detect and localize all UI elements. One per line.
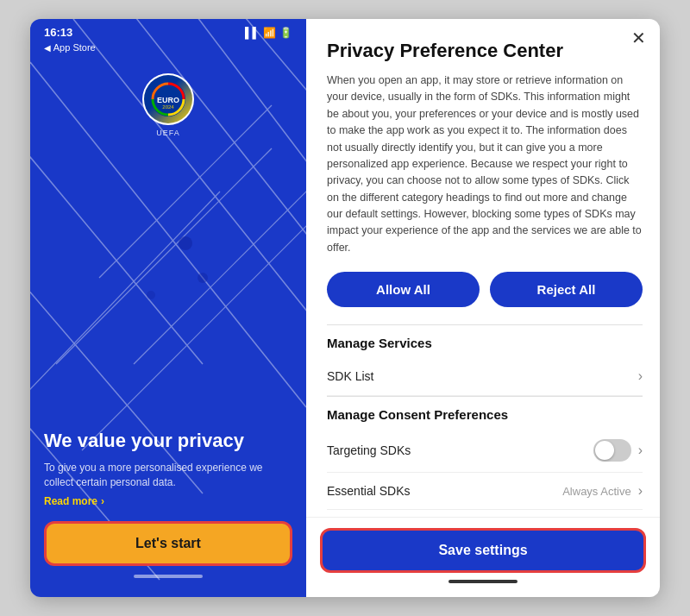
svg-line-10: [30, 192, 220, 407]
essential-sdks-row: Essential SDKs Always Active ›: [327, 473, 643, 510]
phone-bottom: We value your privacy To give you a more…: [30, 416, 306, 597]
divider-1: [327, 324, 643, 325]
home-indicator: [134, 575, 203, 578]
svg-point-14: [198, 273, 208, 283]
status-icons: ▌▌ 📶 🔋: [245, 27, 292, 39]
svg-point-15: [147, 291, 155, 299]
home-indicator: [448, 580, 518, 583]
signal-icon: ▌▌: [245, 27, 260, 39]
essential-always-active: Always Active: [562, 485, 630, 498]
time: 16:13: [44, 26, 72, 39]
euro-logo: EURO 2024: [142, 73, 194, 125]
battery-icon: 🔋: [279, 27, 292, 39]
app-store-back[interactable]: App Store: [30, 42, 306, 56]
targeting-sdks-row: Targeting SDKs ›: [327, 429, 643, 473]
phone-panel: 16:13 ▌▌ 📶 🔋 App Store: [30, 19, 306, 597]
close-button[interactable]: ✕: [631, 29, 646, 47]
wifi-icon: 📶: [263, 27, 276, 39]
panel-content: Privacy Preference Center When you open …: [306, 19, 660, 517]
chevron-right-icon: ›: [638, 368, 643, 384]
privacy-title: We value your privacy: [44, 430, 292, 452]
svg-line-11: [134, 166, 306, 364]
toggle-knob: [595, 441, 614, 460]
reject-all-button[interactable]: Reject All: [490, 272, 643, 307]
svg-text:EURO: EURO: [157, 96, 179, 104]
sdk-list-label: SDK List: [327, 369, 373, 383]
sdk-list-row[interactable]: SDK List ›: [327, 357, 643, 396]
svg-point-13: [179, 236, 192, 250]
lets-start-button[interactable]: Let's start: [44, 521, 292, 566]
uefa-label: UEFA: [156, 129, 180, 137]
chevron-right-icon: ›: [101, 495, 104, 507]
panel-body: When you open an app, it may store or re…: [327, 72, 643, 256]
svg-line-0: [30, 105, 203, 364]
action-buttons: Allow All Reject All: [327, 272, 643, 307]
targeting-sdks-label: Targeting SDKs: [327, 443, 411, 457]
save-settings-area: Save settings: [306, 517, 660, 597]
manage-services-label: Manage Services: [327, 336, 643, 350]
privacy-subtitle: To give you a more personalised experien…: [44, 461, 292, 490]
status-bar: 16:13 ▌▌ 📶 🔋: [30, 19, 306, 42]
essential-sdks-label: Essential SDKs: [327, 484, 410, 498]
privacy-panel: ✕ Privacy Preference Center When you ope…: [306, 19, 660, 597]
chevron-right-icon: ›: [638, 443, 643, 458]
svg-line-9: [56, 148, 272, 364]
chevron-right-icon: ›: [638, 483, 643, 499]
divider-2: [327, 396, 643, 397]
save-settings-button[interactable]: Save settings: [320, 528, 646, 573]
manage-consent-label: Manage Consent Preferences: [327, 407, 643, 422]
panel-title: Privacy Preference Center: [327, 40, 643, 62]
euro-logo-area: EURO 2024 UEFA: [30, 56, 306, 137]
allow-all-button[interactable]: Allow All: [327, 272, 480, 307]
targeting-toggle[interactable]: [593, 439, 631, 462]
read-more-link[interactable]: Read more ›: [44, 495, 292, 507]
targeting-toggle-area: ›: [593, 439, 643, 462]
svg-text:2024: 2024: [162, 104, 174, 110]
